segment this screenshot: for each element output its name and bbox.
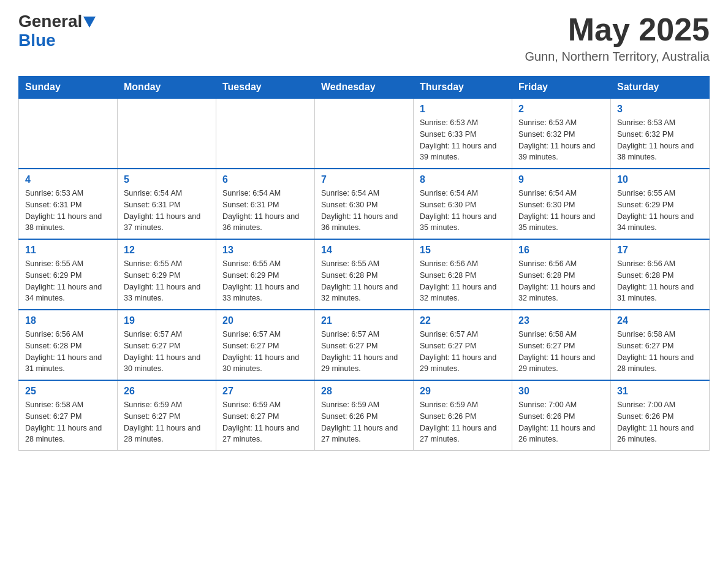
day-info: Sunrise: 7:00 AMSunset: 6:26 PMDaylight:… <box>518 399 604 445</box>
day-number: 16 <box>518 245 604 256</box>
calendar-header-friday: Friday <box>512 77 611 99</box>
day-number: 8 <box>420 174 506 185</box>
day-info: Sunrise: 6:53 AMSunset: 6:33 PMDaylight:… <box>420 117 506 163</box>
calendar-cell: 20Sunrise: 6:57 AMSunset: 6:27 PMDayligh… <box>216 310 315 380</box>
day-number: 11 <box>25 245 111 256</box>
calendar-cell: 2Sunrise: 6:53 AMSunset: 6:32 PMDaylight… <box>512 98 611 169</box>
day-info: Sunrise: 6:57 AMSunset: 6:27 PMDaylight:… <box>420 329 506 375</box>
calendar-header-row: SundayMondayTuesdayWednesdayThursdayFrid… <box>19 77 710 99</box>
day-number: 20 <box>222 315 308 326</box>
day-info: Sunrise: 6:54 AMSunset: 6:30 PMDaylight:… <box>321 188 407 234</box>
week-row-3: 11Sunrise: 6:55 AMSunset: 6:29 PMDayligh… <box>19 239 710 310</box>
calendar-cell: 30Sunrise: 7:00 AMSunset: 6:26 PMDayligh… <box>512 380 611 451</box>
calendar-cell: 7Sunrise: 6:54 AMSunset: 6:30 PMDaylight… <box>315 169 414 239</box>
location: Gunn, Northern Territory, Australia <box>525 50 710 64</box>
day-info: Sunrise: 6:53 AMSunset: 6:31 PMDaylight:… <box>25 188 111 234</box>
day-info: Sunrise: 7:00 AMSunset: 6:26 PMDaylight:… <box>617 399 703 445</box>
day-info: Sunrise: 6:59 AMSunset: 6:27 PMDaylight:… <box>222 399 308 445</box>
logo: General Blue <box>18 12 96 50</box>
day-number: 10 <box>617 174 703 185</box>
day-number: 7 <box>321 174 407 185</box>
calendar-cell: 28Sunrise: 6:59 AMSunset: 6:26 PMDayligh… <box>315 380 414 451</box>
day-number: 29 <box>420 386 506 397</box>
calendar-header-sunday: Sunday <box>19 77 118 99</box>
day-number: 19 <box>124 315 210 326</box>
day-info: Sunrise: 6:55 AMSunset: 6:29 PMDaylight:… <box>222 258 308 304</box>
day-number: 26 <box>124 386 210 397</box>
logo-triangle-icon <box>83 17 96 28</box>
calendar-header-monday: Monday <box>118 77 216 99</box>
calendar-cell <box>216 98 315 169</box>
day-number: 12 <box>124 245 210 256</box>
calendar-cell <box>118 98 216 169</box>
day-info: Sunrise: 6:57 AMSunset: 6:27 PMDaylight:… <box>321 329 407 375</box>
calendar-cell <box>19 98 118 169</box>
calendar-cell: 27Sunrise: 6:59 AMSunset: 6:27 PMDayligh… <box>216 380 315 451</box>
day-number: 5 <box>124 174 210 185</box>
calendar-cell: 13Sunrise: 6:55 AMSunset: 6:29 PMDayligh… <box>216 239 315 310</box>
day-number: 3 <box>617 104 703 115</box>
calendar-cell: 25Sunrise: 6:58 AMSunset: 6:27 PMDayligh… <box>19 380 118 451</box>
day-info: Sunrise: 6:58 AMSunset: 6:27 PMDaylight:… <box>25 399 111 445</box>
calendar-cell: 4Sunrise: 6:53 AMSunset: 6:31 PMDaylight… <box>19 169 118 239</box>
calendar-cell: 12Sunrise: 6:55 AMSunset: 6:29 PMDayligh… <box>118 239 216 310</box>
day-number: 30 <box>518 386 604 397</box>
day-info: Sunrise: 6:55 AMSunset: 6:29 PMDaylight:… <box>25 258 111 304</box>
day-number: 15 <box>420 245 506 256</box>
day-info: Sunrise: 6:59 AMSunset: 6:27 PMDaylight:… <box>124 399 210 445</box>
calendar-cell: 19Sunrise: 6:57 AMSunset: 6:27 PMDayligh… <box>118 310 216 380</box>
calendar-cell: 3Sunrise: 6:53 AMSunset: 6:32 PMDaylight… <box>611 98 710 169</box>
day-info: Sunrise: 6:53 AMSunset: 6:32 PMDaylight:… <box>518 117 604 163</box>
month-title: May 2025 <box>525 12 710 47</box>
day-number: 13 <box>222 245 308 256</box>
calendar-header-thursday: Thursday <box>414 77 512 99</box>
calendar-cell: 8Sunrise: 6:54 AMSunset: 6:30 PMDaylight… <box>414 169 512 239</box>
day-number: 31 <box>617 386 703 397</box>
week-row-5: 25Sunrise: 6:58 AMSunset: 6:27 PMDayligh… <box>19 380 710 451</box>
logo-text-blue: Blue <box>18 31 56 50</box>
day-info: Sunrise: 6:59 AMSunset: 6:26 PMDaylight:… <box>420 399 506 445</box>
day-info: Sunrise: 6:55 AMSunset: 6:29 PMDaylight:… <box>617 188 703 234</box>
day-info: Sunrise: 6:54 AMSunset: 6:31 PMDaylight:… <box>124 188 210 234</box>
day-info: Sunrise: 6:55 AMSunset: 6:28 PMDaylight:… <box>321 258 407 304</box>
calendar-cell: 18Sunrise: 6:56 AMSunset: 6:28 PMDayligh… <box>19 310 118 380</box>
day-number: 14 <box>321 245 407 256</box>
day-number: 25 <box>25 386 111 397</box>
calendar-table: SundayMondayTuesdayWednesdayThursdayFrid… <box>18 76 710 451</box>
day-info: Sunrise: 6:56 AMSunset: 6:28 PMDaylight:… <box>617 258 703 304</box>
day-info: Sunrise: 6:58 AMSunset: 6:27 PMDaylight:… <box>617 329 703 375</box>
calendar-cell: 5Sunrise: 6:54 AMSunset: 6:31 PMDaylight… <box>118 169 216 239</box>
day-info: Sunrise: 6:57 AMSunset: 6:27 PMDaylight:… <box>124 329 210 375</box>
calendar-cell: 16Sunrise: 6:56 AMSunset: 6:28 PMDayligh… <box>512 239 611 310</box>
calendar-header-tuesday: Tuesday <box>216 77 315 99</box>
week-row-2: 4Sunrise: 6:53 AMSunset: 6:31 PMDaylight… <box>19 169 710 239</box>
calendar-cell: 24Sunrise: 6:58 AMSunset: 6:27 PMDayligh… <box>611 310 710 380</box>
day-number: 23 <box>518 315 604 326</box>
page-header: General Blue May 2025 Gunn, Northern Ter… <box>18 12 710 64</box>
day-info: Sunrise: 6:55 AMSunset: 6:29 PMDaylight:… <box>124 258 210 304</box>
calendar-cell: 26Sunrise: 6:59 AMSunset: 6:27 PMDayligh… <box>118 380 216 451</box>
logo-icon: General Blue <box>18 12 96 50</box>
day-number: 28 <box>321 386 407 397</box>
day-info: Sunrise: 6:59 AMSunset: 6:26 PMDaylight:… <box>321 399 407 445</box>
day-number: 17 <box>617 245 703 256</box>
day-number: 21 <box>321 315 407 326</box>
day-info: Sunrise: 6:54 AMSunset: 6:30 PMDaylight:… <box>518 188 604 234</box>
calendar-cell: 10Sunrise: 6:55 AMSunset: 6:29 PMDayligh… <box>611 169 710 239</box>
day-number: 22 <box>420 315 506 326</box>
day-info: Sunrise: 6:58 AMSunset: 6:27 PMDaylight:… <box>518 329 604 375</box>
calendar-cell: 29Sunrise: 6:59 AMSunset: 6:26 PMDayligh… <box>414 380 512 451</box>
calendar-cell: 15Sunrise: 6:56 AMSunset: 6:28 PMDayligh… <box>414 239 512 310</box>
day-info: Sunrise: 6:53 AMSunset: 6:32 PMDaylight:… <box>617 117 703 163</box>
day-info: Sunrise: 6:56 AMSunset: 6:28 PMDaylight:… <box>420 258 506 304</box>
calendar-header-wednesday: Wednesday <box>315 77 414 99</box>
calendar-cell: 6Sunrise: 6:54 AMSunset: 6:31 PMDaylight… <box>216 169 315 239</box>
calendar-cell: 9Sunrise: 6:54 AMSunset: 6:30 PMDaylight… <box>512 169 611 239</box>
calendar-cell: 11Sunrise: 6:55 AMSunset: 6:29 PMDayligh… <box>19 239 118 310</box>
day-number: 24 <box>617 315 703 326</box>
day-number: 9 <box>518 174 604 185</box>
calendar-cell: 17Sunrise: 6:56 AMSunset: 6:28 PMDayligh… <box>611 239 710 310</box>
day-info: Sunrise: 6:54 AMSunset: 6:31 PMDaylight:… <box>222 188 308 234</box>
logo-text-general: General <box>18 12 82 31</box>
calendar-cell: 21Sunrise: 6:57 AMSunset: 6:27 PMDayligh… <box>315 310 414 380</box>
